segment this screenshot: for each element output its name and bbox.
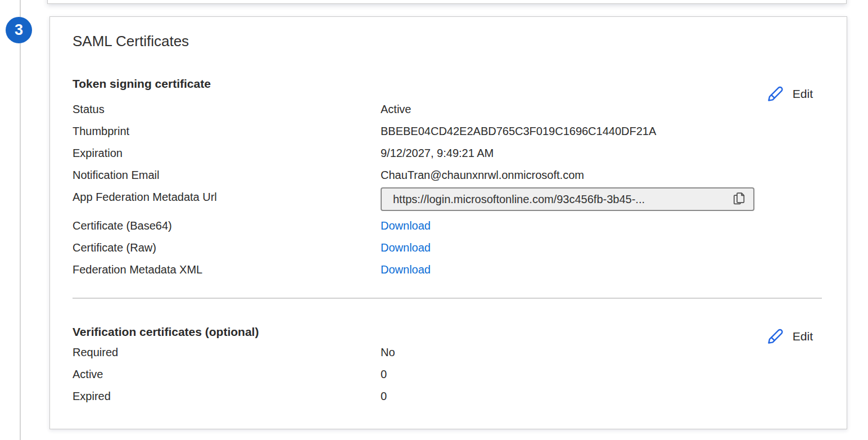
download-rows: Certificate (Base64) Download Certificat… — [73, 215, 822, 281]
thumbprint-row: Thumbprint BBEBE04CD42E2ABD765C3F019C169… — [73, 120, 822, 142]
active-label: Active — [73, 363, 381, 385]
edit-label: Edit — [793, 87, 813, 101]
verification-rows: Required No Active 0 Expired 0 — [73, 342, 822, 407]
required-label: Required — [73, 342, 381, 363]
edit-label: Edit — [793, 330, 813, 343]
card-title: SAML Certificates — [73, 17, 822, 50]
cert-base64-download-link[interactable]: Download — [381, 215, 822, 237]
step-number: 3 — [15, 21, 23, 39]
previous-step-card-edge — [47, 0, 847, 4]
status-value: Active — [381, 98, 822, 120]
status-label: Status — [73, 98, 381, 120]
federation-xml-row: Federation Metadata XML Download — [73, 259, 822, 281]
cert-base64-label: Certificate (Base64) — [73, 215, 381, 237]
copy-icon — [731, 190, 747, 209]
cert-raw-row: Certificate (Raw) Download — [73, 237, 822, 259]
verification-heading: Verification certificates (optional) — [73, 325, 822, 339]
pencil-icon — [766, 84, 785, 104]
cert-raw-label: Certificate (Raw) — [73, 237, 381, 259]
metadata-url-label: App Federation Metadata Url — [73, 186, 381, 208]
thumbprint-label: Thumbprint — [73, 120, 381, 142]
cert-raw-download-link[interactable]: Download — [381, 237, 822, 259]
metadata-url-row: App Federation Metadata Url https://logi… — [73, 186, 822, 211]
active-row: Active 0 — [73, 363, 822, 385]
edit-verification-button[interactable]: Edit — [766, 327, 813, 346]
expired-label: Expired — [73, 385, 381, 407]
cert-base64-row: Certificate (Base64) Download — [73, 215, 822, 237]
active-value: 0 — [381, 363, 822, 385]
federation-xml-download-link[interactable]: Download — [381, 259, 822, 281]
expired-row: Expired 0 — [73, 385, 822, 407]
notification-email-value: ChauTran@chaunxnrwl.onmicrosoft.com — [381, 164, 822, 186]
notification-email-label: Notification Email — [73, 164, 381, 186]
expiration-row: Expiration 9/12/2027, 9:49:21 AM — [73, 142, 822, 164]
edit-token-signing-button[interactable]: Edit — [766, 84, 813, 104]
status-row: Status Active — [73, 98, 822, 120]
required-row: Required No — [73, 342, 822, 363]
timeline-connector — [20, 0, 21, 440]
metadata-url-box[interactable]: https://login.microsoftonline.com/93c456… — [381, 187, 754, 211]
expired-value: 0 — [381, 385, 822, 407]
saml-certificates-card: SAML Certificates Token signing certific… — [49, 16, 847, 429]
section-divider — [73, 298, 822, 299]
token-signing-section: Token signing certificate Edit Status Ac… — [73, 77, 822, 281]
pencil-icon — [766, 327, 785, 346]
metadata-url-value: https://login.microsoftonline.com/93c456… — [393, 188, 730, 210]
copy-button[interactable] — [730, 190, 748, 209]
thumbprint-value: BBEBE04CD42E2ABD765C3F019C1696C1440DF21A — [381, 120, 822, 142]
expiration-label: Expiration — [73, 142, 381, 164]
verification-section: Verification certificates (optional) Edi… — [73, 325, 822, 407]
step-number-badge: 3 — [6, 17, 32, 43]
notification-email-row: Notification Email ChauTran@chaunxnrwl.o… — [73, 164, 822, 186]
token-signing-rows: Status Active Thumbprint BBEBE04CD42E2AB… — [73, 98, 822, 281]
required-value: No — [381, 342, 822, 363]
federation-xml-label: Federation Metadata XML — [73, 259, 381, 281]
token-signing-heading: Token signing certificate — [73, 77, 822, 91]
expiration-value: 9/12/2027, 9:49:21 AM — [381, 142, 822, 164]
